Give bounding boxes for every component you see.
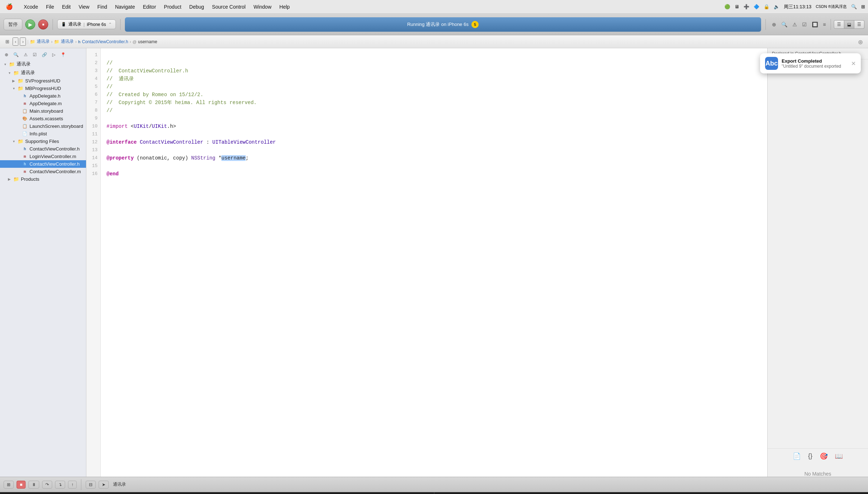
sidebar-item-svprogress[interactable]: ▶ 📁 SVProgressHUD <box>0 77 86 85</box>
sidebar-item-products[interactable]: ▶ 📁 Products <box>0 175 86 183</box>
nav-sep-3: › <box>130 39 131 44</box>
scheme-selector[interactable]: 📱 通讯录 | iPhone 6s ⌃ <box>57 19 116 29</box>
divider4 <box>831 19 831 30</box>
sidebar-filter-5[interactable]: 🔗 <box>40 51 49 58</box>
console-step-out[interactable]: ↑ <box>68 481 77 489</box>
code-content[interactable]: // // ContactViewController.h // 通讯录 // … <box>101 48 767 477</box>
sidebar-filter-4[interactable]: ☑ <box>31 51 39 58</box>
h-file-icon: h <box>22 94 28 98</box>
menubar-navigate[interactable]: Navigate <box>112 3 139 11</box>
test-icon[interactable]: ☑ <box>800 21 809 28</box>
menubar-xcode[interactable]: Xcode <box>20 3 42 11</box>
sidebar-item-mbprogress[interactable]: ▾ 📁 MBProgressHUD <box>0 85 86 92</box>
sidebar-item-appdelegate-m[interactable]: ▶ m AppDelegate.m <box>0 100 86 107</box>
warning-badge[interactable]: 5 <box>471 21 479 28</box>
divider3 <box>765 19 766 30</box>
sidebar-item-cvc-h-selected[interactable]: ▶ h ContactViewController.h <box>0 160 86 168</box>
console-run-btn[interactable]: ■ <box>17 481 26 489</box>
nav-back[interactable]: ‹ <box>13 37 18 46</box>
code-editor[interactable]: 1 2 3 4 5 6 7 8 9 10 11 12 13 14 15 16 <box>86 48 767 477</box>
warning-icon[interactable]: ⚠ <box>791 21 799 28</box>
sidebar-item-cvc-m[interactable]: ▶ m ContactViewController.m <box>0 168 86 175</box>
run-button[interactable]: ▶ <box>25 19 35 30</box>
bottom-panels <box>0 492 868 494</box>
menubar-view[interactable]: View <box>75 3 93 11</box>
console-step-over[interactable]: ↷ <box>42 481 52 489</box>
view-segment: ☰ ⬓ ☰ <box>834 20 864 29</box>
pause-button[interactable]: 暂停 <box>4 19 22 30</box>
menubar-status-icon: 🟢 <box>724 4 730 9</box>
disclosure-group1: ▾ <box>7 71 12 75</box>
notification-close[interactable]: ✕ <box>851 60 856 67</box>
code-icon-btn[interactable]: {} <box>808 452 812 460</box>
sidebar-item-launch-sb[interactable]: ▶ 📋 LaunchScreen.storyboard <box>0 122 86 130</box>
search-icon[interactable]: 🔍 <box>779 21 789 28</box>
nav-symbol-icon: @ <box>132 40 136 44</box>
m-file-icon: m <box>22 101 28 106</box>
sidebar-filter-3[interactable]: ⚠ <box>22 51 30 58</box>
navigator-btn[interactable]: ☰ <box>834 20 844 29</box>
sidebar-cvc-m-label: ContactViewController.m <box>30 169 81 174</box>
sidebar-item-info-plist[interactable]: ▶ 📄 Info.plist <box>0 130 86 138</box>
menubar-source-control[interactable]: Source Control <box>208 3 249 11</box>
menubar-find[interactable]: Find <box>94 3 110 11</box>
sidebar-item-supporting[interactable]: ▾ 📁 Supporting Files <box>0 138 86 145</box>
products-icon: 📁 <box>13 176 19 182</box>
breadcrumb: 📁 通讯录 › 📁 通讯录 › h ContactViewController.… <box>30 39 157 45</box>
menubar-help[interactable]: Help <box>276 3 293 11</box>
stop-button[interactable]: ■ <box>38 19 48 30</box>
sidebar-filter-2[interactable]: 🔍 <box>12 51 21 58</box>
console-pause-btn[interactable]: ⏸ <box>28 481 39 489</box>
console-step-in[interactable]: ↴ <box>55 481 65 489</box>
debug-console-left[interactable] <box>0 492 434 494</box>
breadcrumb-item-3[interactable]: ContactViewController.h <box>82 39 128 44</box>
sidebar-filter-7[interactable]: 📍 <box>59 51 68 58</box>
scheme-sep: | <box>83 22 85 27</box>
sidebar-appdelegate-m-label: AppDelegate.m <box>30 101 62 106</box>
sidebar-item-group1[interactable]: ▾ 📁 通讯录 <box>0 68 86 77</box>
related-files-icon[interactable]: ◎ <box>856 38 864 46</box>
sidebar-item-appdelegate-h[interactable]: ▶ h AppDelegate.h <box>0 92 86 100</box>
nav-forward[interactable]: › <box>20 37 26 46</box>
notification-text: Export Completed "Untitled 9" document e… <box>782 58 841 69</box>
notification-title: Export Completed <box>782 58 841 64</box>
hierarchy-icon[interactable]: ≡ <box>821 21 828 28</box>
sidebar-filter-6[interactable]: ▷ <box>50 51 57 58</box>
debug-area-btn[interactable]: ⬓ <box>844 20 854 29</box>
menubar-product[interactable]: Product <box>161 3 185 11</box>
nav-grid-icon[interactable]: ⊞ <box>4 38 11 45</box>
sb-file-icon: 📋 <box>22 109 28 113</box>
sidebar-item-root[interactable]: ▾ 📁 通讯录 <box>0 60 86 68</box>
console-clear-btn[interactable]: ⊞ <box>4 481 14 489</box>
scheme-chevron: ⌃ <box>108 22 112 27</box>
menubar-debug[interactable]: Debug <box>186 3 208 11</box>
history-icon-btn[interactable]: 📖 <box>835 452 843 460</box>
menubar-window[interactable]: Window <box>250 3 275 11</box>
send-btn[interactable]: ➤ <box>99 481 109 489</box>
breadcrumb-item-2[interactable]: 通讯录 <box>61 39 74 45</box>
menubar-editor[interactable]: Editor <box>139 3 160 11</box>
menubar-file[interactable]: File <box>42 3 58 11</box>
debug-icon[interactable]: 🔲 <box>810 21 820 28</box>
split-view-btn[interactable]: ⊟ <box>86 481 96 489</box>
sidebar-item-cvc-h1[interactable]: ▶ h ContactViewController.h <box>0 145 86 153</box>
breadcrumb-item-1[interactable]: 通讯录 <box>37 39 50 45</box>
menubar-grid-icon[interactable]: ⊞ <box>861 4 865 9</box>
sidebar-item-main-sb[interactable]: ▶ 📋 Main.storyboard <box>0 107 86 115</box>
nav-sep1: | <box>27 39 28 44</box>
nav-bar-tools: ◎ <box>856 38 864 46</box>
sidebar-item-assets[interactable]: ▶ 🎨 Assets.xcassets <box>0 115 86 122</box>
menubar-search-icon[interactable]: 🔍 <box>851 4 857 9</box>
sidebar-filter-1[interactable]: ⊕ <box>3 51 10 58</box>
sidebar-supporting-label: Supporting Files <box>25 139 59 144</box>
menubar-edit[interactable]: Edit <box>58 3 74 11</box>
inspector-btn[interactable]: ☰ <box>854 20 864 29</box>
assets-icon: 🎨 <box>22 116 28 121</box>
apple-menu[interactable]: 🍎 <box>3 3 16 10</box>
file-icon-btn[interactable]: 📄 <box>793 452 801 460</box>
plist-icon: 📄 <box>22 131 28 136</box>
target-icon-btn[interactable]: 🎯 <box>820 452 828 460</box>
debug-console-right[interactable] <box>434 492 868 494</box>
breakpoint-icon[interactable]: ⊕ <box>770 21 778 28</box>
sidebar-item-lvc-m[interactable]: ▶ m LoginViewController.m <box>0 153 86 160</box>
